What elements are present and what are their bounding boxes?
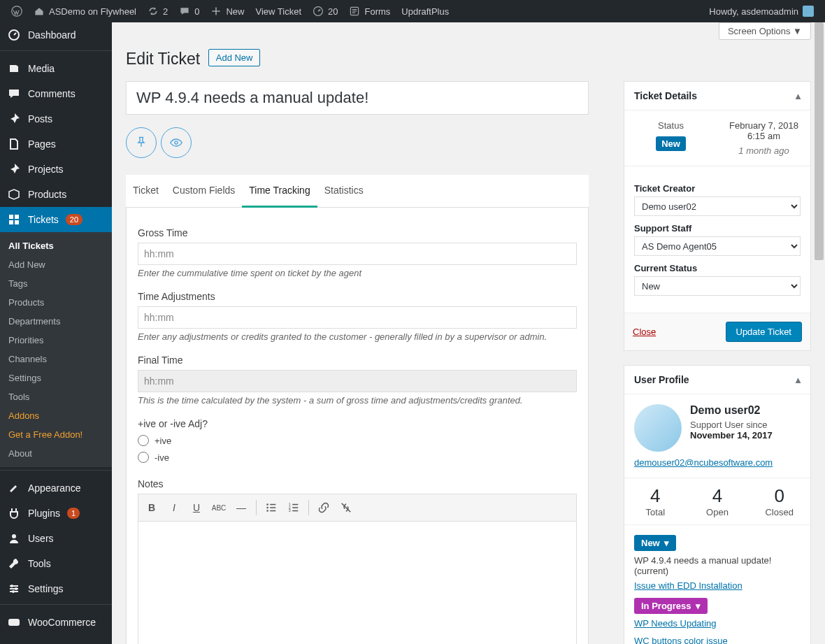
updraft[interactable]: UpdraftPlus xyxy=(396,0,454,22)
gauge-icon xyxy=(313,6,324,17)
adj-label: Time Adjustments xyxy=(138,291,577,302)
gross-time-label: Gross Time xyxy=(138,227,577,238)
menu-settings[interactable]: Settings xyxy=(0,576,112,601)
ed-link[interactable] xyxy=(313,497,334,518)
add-new-button[interactable]: Add New xyxy=(208,49,261,66)
svg-point-13 xyxy=(175,141,178,144)
sub-add-new[interactable]: Add New xyxy=(0,255,112,274)
profile-name: Demo user02 xyxy=(690,404,773,417)
radio-minus[interactable] xyxy=(138,452,149,463)
screen-options-toggle[interactable]: Screen Options ▼ xyxy=(719,22,811,40)
ed-bold[interactable]: B xyxy=(141,497,162,518)
sub-free-addon[interactable]: Get a Free Addon! xyxy=(0,425,112,444)
sub-channels[interactable]: Channels xyxy=(0,350,112,368)
profile-email[interactable]: demouser02@ncubesoftware.com xyxy=(634,457,801,468)
sub-settings[interactable]: Settings xyxy=(0,368,112,387)
menu-tools[interactable]: Tools xyxy=(0,551,112,576)
update-ticket-button[interactable]: Update Ticket xyxy=(726,322,803,342)
sub-addons[interactable]: Addons xyxy=(0,406,112,425)
wp-logo[interactable] xyxy=(6,0,28,22)
collapse-toggle[interactable]: ▴ xyxy=(796,90,801,101)
user-icon xyxy=(7,531,21,545)
ed-ol[interactable]: 123 xyxy=(283,497,304,518)
menu-appearance[interactable]: Appearance xyxy=(0,475,112,501)
menu-plugins[interactable]: Plugins1 xyxy=(0,501,112,526)
list-ol-icon: 123 xyxy=(287,501,300,514)
tab-custom-fields[interactable]: Custom Fields xyxy=(166,175,242,207)
menu-products[interactable]: Products xyxy=(0,182,112,207)
gross-time-input[interactable] xyxy=(138,243,577,265)
updates[interactable]: 2 xyxy=(142,0,173,22)
sub-departments[interactable]: Departments xyxy=(0,312,112,331)
menu-woocommerce[interactable]: WooCommerce xyxy=(0,610,112,635)
comments[interactable]: 0 xyxy=(173,0,205,22)
site-name[interactable]: ASDemo on Flywheel xyxy=(28,0,142,22)
editor-toolbar: B I U ABC — 123 xyxy=(138,494,577,522)
creator-select[interactable]: Demo user02 xyxy=(634,196,801,216)
radio-plus[interactable] xyxy=(138,435,149,446)
user-profile-title: User Profile xyxy=(634,374,689,385)
staff-select[interactable]: AS Demo Agent05 xyxy=(634,236,801,256)
sub-priorities[interactable]: Priorities xyxy=(0,331,112,350)
adj-input[interactable] xyxy=(138,306,577,329)
wordpress-icon xyxy=(11,6,22,17)
sub-tags[interactable]: Tags xyxy=(0,274,112,293)
sub-tools[interactable]: Tools xyxy=(0,387,112,406)
notes-editor[interactable] xyxy=(138,522,577,644)
profile-ticket-link[interactable]: Issue with EDD Installation xyxy=(634,580,801,591)
menu-dashboard[interactable]: Dashboard xyxy=(0,22,112,48)
sub-all-tickets[interactable]: All Tickets xyxy=(0,236,112,255)
wrench-icon xyxy=(7,557,21,571)
ed-unlink[interactable] xyxy=(336,497,357,518)
forms[interactable]: Forms xyxy=(343,0,396,22)
debug[interactable]: 20 xyxy=(307,0,343,22)
menu-users[interactable]: Users xyxy=(0,526,112,551)
tab-time-tracking[interactable]: Time Tracking xyxy=(242,175,317,208)
ticket-tabs: Ticket Custom Fields Time Tracking Stati… xyxy=(126,175,589,208)
menu-tickets[interactable]: Tickets20 xyxy=(0,207,112,232)
tab-ticket[interactable]: Ticket xyxy=(126,175,166,207)
my-account[interactable]: Howdy, asdemoadmin xyxy=(703,0,819,22)
new-content[interactable]: New xyxy=(205,0,250,22)
pill-new[interactable]: New▾ xyxy=(634,535,676,551)
profile-ticket-link[interactable]: WP Needs Updating xyxy=(634,618,801,629)
view-ticket[interactable]: View Ticket xyxy=(250,0,307,22)
stat-closed: 0 xyxy=(748,485,810,507)
view-action[interactable] xyxy=(161,127,192,158)
profile-ticket-link[interactable]: WC buttons color issue xyxy=(634,636,801,644)
pushpin-icon xyxy=(134,136,148,150)
dashboard-icon xyxy=(7,28,21,42)
menu-projects[interactable]: Projects xyxy=(0,157,112,182)
profile-since: Support User sinceNovember 14, 2017 xyxy=(690,420,773,441)
plug-icon xyxy=(7,506,21,520)
menu-pages[interactable]: Pages xyxy=(0,131,112,157)
pin-action[interactable] xyxy=(126,127,157,158)
radio-plus-label: +ive xyxy=(155,436,171,446)
current-status-select[interactable]: New xyxy=(634,276,801,296)
close-link[interactable]: Close xyxy=(633,327,656,337)
link-icon xyxy=(317,501,330,514)
ed-italic[interactable]: I xyxy=(164,497,185,518)
radio-minus-label: -ive xyxy=(155,452,169,463)
final-input[interactable] xyxy=(138,370,577,392)
collapse-toggle[interactable]: ▴ xyxy=(796,374,801,385)
avatar-icon xyxy=(803,6,814,17)
ed-ul[interactable] xyxy=(261,497,282,518)
ed-hr[interactable]: — xyxy=(231,497,252,518)
plugins-count-badge: 1 xyxy=(67,508,80,519)
menu-posts[interactable]: Posts xyxy=(0,106,112,131)
pill-in-progress[interactable]: In Progress▾ xyxy=(634,598,708,614)
tab-statistics[interactable]: Statistics xyxy=(317,175,371,207)
ed-underline[interactable]: U xyxy=(186,497,207,518)
sub-about[interactable]: About xyxy=(0,444,112,463)
sliders-icon xyxy=(7,582,21,596)
unlink-icon xyxy=(340,501,352,514)
ticket-title-input[interactable]: WP 4.9.4 needs a manual update! xyxy=(126,81,589,115)
menu-media[interactable]: Media xyxy=(0,56,112,81)
svg-text:3: 3 xyxy=(289,508,291,513)
tickets-count-badge: 20 xyxy=(66,214,82,225)
menu-comments[interactable]: Comments xyxy=(0,81,112,106)
sub-products[interactable]: Products xyxy=(0,293,112,312)
final-hint: This is the time calculated by the syste… xyxy=(138,395,577,406)
ed-strike[interactable]: ABC xyxy=(208,497,229,518)
